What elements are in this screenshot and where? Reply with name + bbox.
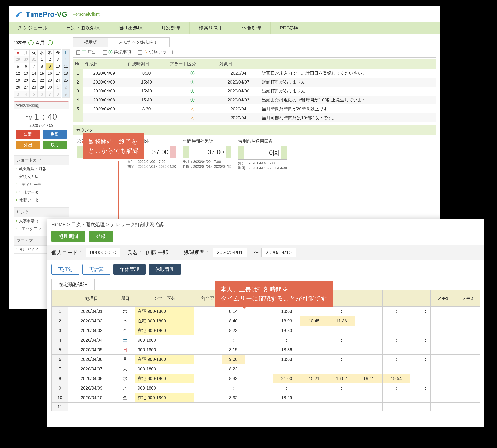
nav-tab[interactable]: 日次・週次処理 xyxy=(57,22,109,34)
period-to-field[interactable]: 2020/04/10 xyxy=(261,248,296,257)
detail-tab[interactable]: 在宅勤務詳細 xyxy=(51,279,95,290)
clock-display: PM1：40 xyxy=(16,111,67,122)
link-item[interactable]: 休暇データ xyxy=(14,196,69,204)
clock-date: 2020 / 04 / 09 xyxy=(16,123,67,128)
nav-tab[interactable]: 休暇処理 xyxy=(233,22,270,34)
filter-checkbox[interactable]: ✓△ 労務アラート xyxy=(138,49,175,55)
toolbar-secondary: 実打刻再計算年休管理休暇管理 xyxy=(47,262,484,276)
callout-confirm: 本人、上長は打刻時間をタイムリーに確認することが可能です xyxy=(215,281,333,307)
toolbar-button[interactable]: 実打刻 xyxy=(51,264,79,275)
table-row[interactable]: 12020/04/01水在宅 900-18008:1418:08:::::: xyxy=(52,307,480,316)
toolbar-button[interactable]: 休暇管理 xyxy=(149,264,181,275)
nav-tab[interactable]: 検索リスト xyxy=(190,22,233,34)
link-item[interactable]: ディリーデ xyxy=(14,181,69,189)
period-label: 処理期間： xyxy=(184,249,210,256)
toolbar-primary: 処理期間登録 xyxy=(47,230,484,243)
links-header: リンク xyxy=(14,208,69,217)
info-tab[interactable]: あなたへのお知らせ xyxy=(108,37,170,47)
toolbar-button[interactable]: 再計算 xyxy=(82,264,110,275)
table-row[interactable]: 72020/04/07火900-18008:22::::::: xyxy=(52,364,480,374)
clock-button-退勤[interactable]: 退勤 xyxy=(43,130,67,139)
table-row[interactable]: 42020/04/04土900-1800:::::::: xyxy=(52,336,480,345)
period-from-field[interactable]: 2020/04/01 xyxy=(213,248,247,257)
link-item[interactable]: 就業週報・月報 xyxy=(14,165,69,173)
toolbar-button[interactable]: 年休管理 xyxy=(113,264,146,275)
name-label: 氏名： xyxy=(127,249,143,256)
counter: 特別条件適用回数0回集計：2020/04/09 7:00期間：2020/04/0… xyxy=(238,138,287,171)
alert-filters: ✓▤ 届出✓ⓘ 確認事項✓△ 労務アラート xyxy=(73,47,436,58)
next-month-button[interactable]: › xyxy=(47,40,53,45)
table-row[interactable]: 92020/04/09木900-1800:::::::: xyxy=(52,384,480,393)
detail-window: HOME > 目次・週次処理 > テレワーク打刻状況確認 処理期間登録 個人コー… xyxy=(47,219,484,427)
breadcrumb: HOME > 目次・週次処理 > テレワーク打刻状況確認 xyxy=(47,219,484,230)
mini-calendar[interactable]: 日月火水木金土293031123456789101112131415161718… xyxy=(14,49,70,98)
code-label: 個人コード： xyxy=(51,249,83,256)
nav-tab[interactable]: 届け出処理 xyxy=(109,22,152,34)
table-row[interactable]: 32020/04/03金在宅 900-18008:2318:33:::::: xyxy=(52,326,480,336)
name-value: 伊藤 一郎 xyxy=(146,249,168,256)
callout-clocking: 勤務開始、終了をどこからでも記録 xyxy=(83,133,144,159)
info-tabs: 掲示板あなたへのお知らせ xyxy=(73,37,436,47)
webclocking-card: WebClocking PM1：40 2020 / 04 / 09 出勤退勤外出… xyxy=(14,101,69,152)
code-field[interactable]: 000000010 xyxy=(86,248,120,257)
table-row[interactable]: 82020/04/08水在宅 900-18008:3321:0015:2116:… xyxy=(52,374,480,384)
shortcuts-header: ショートカット xyxy=(14,155,69,165)
table-row[interactable]: 11 xyxy=(52,403,480,411)
app-logo: TimePro-VG PersonalClient xyxy=(15,10,99,18)
nav-tab[interactable]: スケジュール xyxy=(9,22,57,34)
toolbar-button[interactable]: 処理期間 xyxy=(51,231,85,242)
table-row[interactable]: 52020/04/05日900-18008:1518:36:::::: xyxy=(52,345,480,355)
prev-month-button[interactable]: ‹ xyxy=(28,40,33,45)
clock-button-戻り[interactable]: 戻り xyxy=(43,141,67,149)
webclocking-title: WebClocking xyxy=(14,102,69,109)
nav-tab[interactable]: 月次処理 xyxy=(152,22,190,34)
counter: 年間時間外累計37:00集計：2020/04/09 7:00期間：2020/04… xyxy=(183,138,232,171)
link-item[interactable]: 実績入力型 xyxy=(14,173,69,181)
table-row[interactable]: 102020/04/10金在宅 900-18008:3218:29:::::: xyxy=(52,393,480,403)
nav-tab[interactable]: PDF参照 xyxy=(270,22,308,34)
alerts-table: No作成日作成時刻日アラート区分対象日12020/04/098:30ⓘ2020/… xyxy=(73,59,436,122)
month-nav: 2020年 ‹ 4月 › xyxy=(14,39,69,47)
clock-button-出勤[interactable]: 出勤 xyxy=(16,130,40,139)
filter-checkbox[interactable]: ✓ⓘ 確認事項 xyxy=(103,49,131,55)
clock-button-外出[interactable]: 外出 xyxy=(16,141,40,149)
toolbar-button[interactable]: 登録 xyxy=(89,231,113,242)
filter-bar: 個人コード： 000000010 氏名： 伊藤 一郎 処理期間： 2020/04… xyxy=(47,245,484,260)
filter-checkbox[interactable]: ✓▤ 届出 xyxy=(76,49,96,55)
attendance-grid[interactable]: 処理日曜日シフト区分前当翌出勤時刻前当翌退勤時刻メモ1メモ212020/04/0… xyxy=(51,290,480,411)
table-row[interactable]: 62020/04/06月在宅 900-18009:0018:08:::::: xyxy=(52,355,480,364)
header: TimePro-VG PersonalClient xyxy=(9,6,440,22)
link-item[interactable]: 年休データ xyxy=(14,189,69,196)
top-nav: スケジュール日次・週次処理届け出処理月次処理検索リスト休暇処理PDF参照 xyxy=(9,22,440,34)
info-tab[interactable]: 掲示板 xyxy=(73,37,108,47)
table-row[interactable]: 22020/04/02木在宅 900-18008:4018:0310:4511:… xyxy=(52,316,480,326)
